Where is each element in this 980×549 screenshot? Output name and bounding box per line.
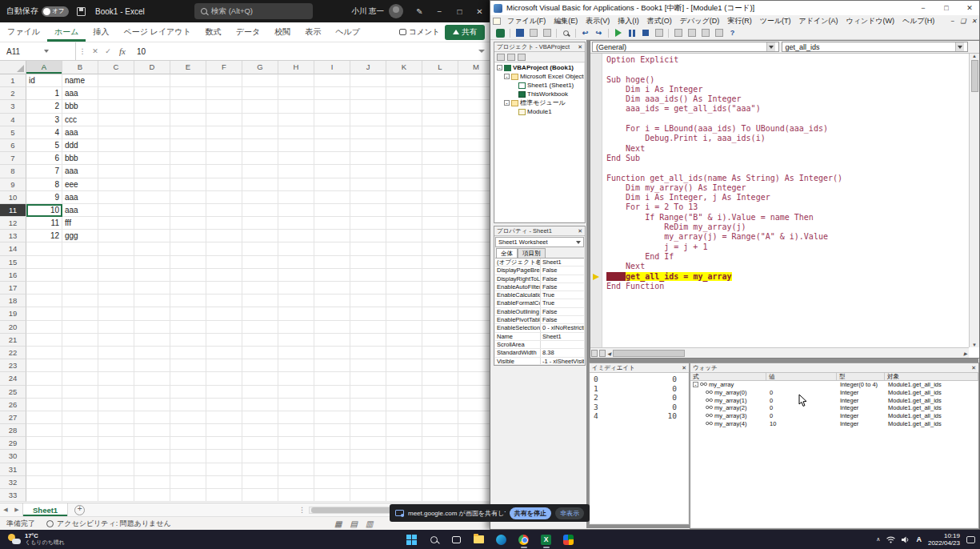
save-icon[interactable] <box>77 7 86 16</box>
sheet-nav-right-icon[interactable] <box>11 507 22 513</box>
cell-J21[interactable] <box>350 334 386 347</box>
cell-B14[interactable] <box>62 242 98 255</box>
cell-B31[interactable] <box>62 463 98 476</box>
cell-I14[interactable] <box>314 242 350 255</box>
cell-K7[interactable] <box>386 152 422 165</box>
procedure-dropdown[interactable]: get_all_ids <box>782 42 969 52</box>
row-header-7[interactable]: 7 <box>0 152 26 165</box>
cell-E32[interactable] <box>170 476 206 489</box>
row-header-14[interactable]: 14 <box>0 242 26 255</box>
cell-K22[interactable] <box>386 347 422 359</box>
cell-F29[interactable] <box>206 437 242 450</box>
cell-I13[interactable] <box>314 230 350 242</box>
cell-A5[interactable]: 4 <box>26 126 62 139</box>
ribbon-tab[interactable]: 挿入 <box>86 22 116 42</box>
row-header-16[interactable]: 16 <box>0 269 26 282</box>
cell-H33[interactable] <box>278 489 314 502</box>
property-row[interactable]: EnableAutoFilterFalse <box>495 283 584 291</box>
cell-D30[interactable] <box>134 450 170 463</box>
cell-L27[interactable] <box>422 411 458 424</box>
cell-D16[interactable] <box>134 269 170 282</box>
watch-row[interactable]: my_array(1)0IntegerModule1.get_all_ids <box>691 396 978 404</box>
menu-item[interactable]: 挿入(I) <box>614 16 643 26</box>
cell-L2[interactable] <box>422 87 458 100</box>
cell-L28[interactable] <box>422 424 458 437</box>
taskbar-task-view-icon[interactable] <box>448 531 466 548</box>
row-header-28[interactable]: 28 <box>0 424 26 437</box>
menu-item[interactable]: 編集(E) <box>550 16 582 26</box>
break-icon[interactable] <box>626 27 638 38</box>
cell-H16[interactable] <box>278 269 314 282</box>
property-row[interactable]: NameSheet1 <box>495 333 584 341</box>
cell-E5[interactable] <box>170 126 206 139</box>
cell-B6[interactable]: ddd <box>62 139 98 152</box>
watch-close-icon[interactable] <box>971 365 976 371</box>
ribbon-tab[interactable]: 校閲 <box>267 22 298 42</box>
expander-icon[interactable]: - <box>497 65 502 70</box>
cell-F24[interactable] <box>206 372 242 385</box>
cell-H5[interactable] <box>278 126 314 139</box>
cell-C33[interactable] <box>98 489 134 502</box>
cell-E18[interactable] <box>170 295 206 307</box>
cell-J18[interactable] <box>350 295 386 307</box>
cell-K8[interactable] <box>386 165 422 178</box>
cell-C10[interactable] <box>98 191 134 204</box>
cell-F32[interactable] <box>206 476 242 489</box>
cell-H28[interactable] <box>278 424 314 437</box>
cell-H13[interactable] <box>278 230 314 242</box>
cell-M19[interactable] <box>458 307 490 320</box>
cell-L20[interactable] <box>422 321 458 334</box>
cell-C2[interactable] <box>98 87 134 100</box>
cell-F28[interactable] <box>206 424 242 437</box>
cell-G16[interactable] <box>242 269 278 282</box>
menu-item[interactable]: デバッグ(D) <box>676 16 723 26</box>
cell-D25[interactable] <box>134 386 170 399</box>
cell-I8[interactable] <box>314 165 350 178</box>
code-line[interactable]: Dim i As Integer <box>606 85 969 94</box>
cell-B1[interactable]: name <box>62 74 98 87</box>
cell-G12[interactable] <box>242 217 278 230</box>
cell-C23[interactable] <box>98 359 134 372</box>
stop-sharing-button[interactable]: 共有を停止 <box>510 507 551 519</box>
watch-row[interactable]: my_array(2)0IntegerModule1.get_all_ids <box>691 404 978 412</box>
cell-F11[interactable] <box>206 204 242 217</box>
cell-M22[interactable] <box>458 347 490 359</box>
cell-E4[interactable] <box>170 114 206 126</box>
cell-C24[interactable] <box>98 372 134 385</box>
cell-E3[interactable] <box>170 100 206 113</box>
cell-D27[interactable] <box>134 411 170 424</box>
cell-I22[interactable] <box>314 347 350 359</box>
cell-E20[interactable] <box>170 321 206 334</box>
cell-A27[interactable] <box>26 411 62 424</box>
cell-J7[interactable] <box>350 152 386 165</box>
cell-G24[interactable] <box>242 372 278 385</box>
ribbon-tab[interactable]: ファイル <box>0 22 47 42</box>
cell-A28[interactable] <box>26 424 62 437</box>
watch-column-2[interactable]: 値 <box>766 373 837 380</box>
taskbar-chrome-icon[interactable] <box>515 531 533 548</box>
properties-tab[interactable]: 全体 <box>496 248 518 258</box>
cell-C13[interactable] <box>98 230 134 242</box>
full-module-view-icon[interactable] <box>599 350 606 357</box>
cell-D11[interactable] <box>134 204 170 217</box>
cell-F17[interactable] <box>206 282 242 295</box>
cell-J5[interactable] <box>350 126 386 139</box>
code-line[interactable]: get_all_ids = my_array <box>606 272 969 282</box>
cell-K17[interactable] <box>386 282 422 295</box>
cell-M24[interactable] <box>458 372 490 385</box>
help-icon[interactable]: ? <box>726 27 738 38</box>
cell-K1[interactable] <box>386 74 422 87</box>
cell-F7[interactable] <box>206 152 242 165</box>
cell-K23[interactable] <box>386 359 422 372</box>
cell-G28[interactable] <box>242 424 278 437</box>
cell-F10[interactable] <box>206 191 242 204</box>
row-header-20[interactable]: 20 <box>0 321 26 334</box>
cell-E10[interactable] <box>170 191 206 204</box>
cell-C29[interactable] <box>98 437 134 450</box>
cell-A24[interactable] <box>26 372 62 385</box>
cell-H17[interactable] <box>278 282 314 295</box>
property-row[interactable]: EnableOutliningFalse <box>495 308 584 316</box>
cell-M13[interactable] <box>458 230 490 242</box>
cell-I23[interactable] <box>314 359 350 372</box>
cell-H25[interactable] <box>278 386 314 399</box>
